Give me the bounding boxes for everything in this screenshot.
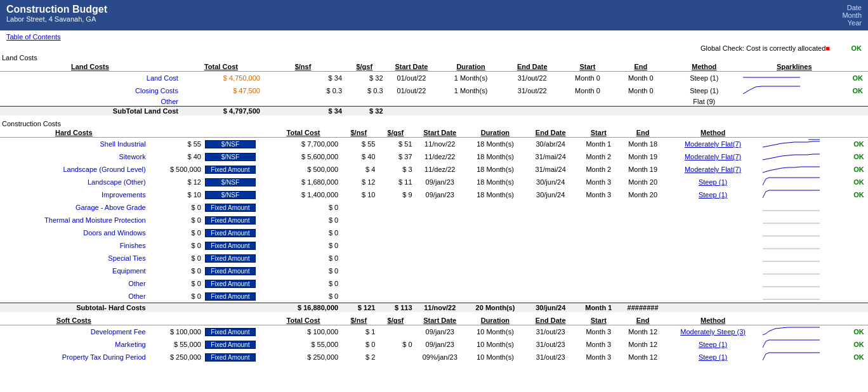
sc-col-start: Start [576,316,621,325]
property-tax-input[interactable]: Fixed Amount [203,351,266,363]
shell-input-type[interactable]: $/NSF [203,138,266,151]
dev-fee-input[interactable]: Fixed Amount [203,325,266,339]
hc-other1-input[interactable]: Fixed Amount [203,277,266,290]
improvements-amount: $ 10 [148,188,203,201]
special-ties-name: Special Ties [0,252,148,265]
property-tax-duration: 10 Month(s) [466,351,525,363]
landscape-other-btn[interactable]: $/NSF [205,178,256,186]
improvements-btn[interactable]: $/NSF [205,191,256,199]
improvements-duration: 18 Month(s) [466,188,525,201]
thermal-total: $ 0 [266,214,340,226]
sitework-method-link[interactable]: Moderately Flat(7) [685,153,741,160]
land-subtotal-gsf: $ 32 [344,107,385,116]
garage-name: Garage - Above Grade [0,201,148,214]
toc-link[interactable]: Table of Contents [6,33,61,41]
garage-input[interactable]: Fixed Amount [203,201,266,214]
land-cost-method: Steep (1) [667,72,741,85]
dev-fee-method-link[interactable]: Moderately Steep (3) [680,328,746,336]
property-tax-start: 09%/jan/23 [414,351,466,363]
sitework-nsf-btn[interactable]: $/NSF [205,153,256,161]
landscape-ground-start-month: Month 2 [576,163,621,176]
shell-nsf: $ 55 [340,138,377,151]
improvements-method-link[interactable]: Steep (1) [699,191,727,199]
hc-subtotal-start-date: 11/nov/22 [414,303,466,313]
header-left: Construction Budget Labor Street, 4 Sava… [6,4,107,23]
improvements-start-month: Month 3 [576,188,621,201]
dev-fee-name: Development Fee [0,325,148,339]
col-header-method: Method [667,62,741,72]
hc-other1-amount: $ 0 [148,277,203,290]
hc-col-duration: Duration [466,128,525,138]
finishes-btn[interactable]: Fixed Amount [205,242,256,250]
col-header-nsf: $/nsf [262,62,344,72]
closing-costs-duration: 1 Month(s) [438,84,503,97]
sitework-start: 11/dez/22 [414,150,466,163]
shell-method-link[interactable]: Moderately Flat(7) [685,140,741,148]
landscape-ground-method[interactable]: Moderately Flat(7) [665,163,761,176]
special-ties-btn[interactable]: Fixed Amount [205,254,256,263]
marketing-input[interactable]: Fixed Amount [203,338,266,351]
property-tax-ok: OK [850,351,868,363]
hc-subtotal-start-month: Month 1 [576,303,621,313]
doors-windows-btn[interactable]: Fixed Amount [205,229,256,237]
property-tax-sparkline [761,351,850,363]
land-cost-name: Land Cost [0,72,180,85]
hc-other2-input[interactable]: Fixed Amount [203,290,266,303]
marketing-ok: OK [850,338,868,351]
landscape-ground-input[interactable]: Fixed Amount [203,163,266,176]
improvements-gsf: $ 9 [377,188,414,201]
hc-other1-btn[interactable]: Fixed Amount [205,280,256,288]
landscape-ground-method-link[interactable]: Moderately Flat(7) [685,166,741,173]
marketing-btn[interactable]: Fixed Amount [205,341,256,349]
landscape-other-input[interactable]: $/NSF [203,176,266,188]
dev-fee-start-month: Month 3 [576,325,621,339]
landscape-other-method[interactable]: Steep (1) [665,176,761,188]
closing-costs-ok: OK [848,84,868,97]
thermal-input[interactable]: Fixed Amount [203,214,266,226]
marketing-method-link[interactable]: Steep (1) [699,341,727,348]
equipment-input[interactable]: Fixed Amount [203,265,266,277]
finishes-amount: $ 0 [148,239,203,252]
land-cost-nsf: $ 34 [262,72,344,85]
property-tax-end-date: 31/out/23 [525,351,576,363]
landscape-ground-total: $ 500,000 [266,163,340,176]
improvements-method[interactable]: Steep (1) [665,188,761,201]
landscape-other-method-link[interactable]: Steep (1) [699,178,727,186]
marketing-method[interactable]: Steep (1) [665,338,761,351]
shell-nsf-btn[interactable]: $/NSF [205,140,256,148]
property-tax-method-link[interactable]: Steep (1) [699,353,727,361]
thermal-btn[interactable]: Fixed Amount [205,216,256,225]
dev-fee-btn[interactable]: Fixed Amount [205,328,256,336]
red-dot-icon: ■ [825,44,830,52]
shell-method[interactable]: Moderately Flat(7) [665,138,761,151]
landscape-ground-gsf: $ 3 [377,163,414,176]
closing-costs-end-date: 31/out/22 [504,84,561,97]
closing-costs-method: Steep (1) [667,84,741,97]
dev-fee-amount: $ 100,000 [148,325,203,339]
landscape-ground-ok: OK [850,163,868,176]
doors-windows-input[interactable]: Fixed Amount [203,226,266,239]
land-cost-start: 01/out/22 [385,72,438,85]
landscape-ground-btn[interactable]: Fixed Amount [205,166,256,174]
finishes-input[interactable]: Fixed Amount [203,239,266,252]
landscape-ground-nsf: $ 4 [340,163,377,176]
dev-fee-start: 09/jan/23 [414,325,466,339]
sitework-gsf: $ 37 [377,150,414,163]
sitework-start-month: Month 2 [576,150,621,163]
special-ties-input[interactable]: Fixed Amount [203,252,266,265]
improvements-input[interactable]: $/NSF [203,188,266,201]
equipment-btn[interactable]: Fixed Amount [205,267,256,275]
closing-costs-start: 01/out/22 [385,84,438,97]
property-tax-method[interactable]: Steep (1) [665,351,761,363]
closing-costs-total: $ 47,500 [180,84,262,97]
sitework-method[interactable]: Moderately Flat(7) [665,150,761,163]
garage-btn[interactable]: Fixed Amount [205,204,256,212]
sitework-input-type[interactable]: $/NSF [203,150,266,163]
hc-other2-btn[interactable]: Fixed Amount [205,292,256,301]
hc-subtotal-duration: 20 Month(s) [466,303,525,313]
land-cost-gsf: $ 32 [344,72,385,85]
page-header: Construction Budget Labor Street, 4 Sava… [0,0,868,30]
dev-fee-method[interactable]: Moderately Steep (3) [665,325,761,339]
closing-costs-gsf: $ 0.3 [344,84,385,97]
property-tax-btn[interactable]: Fixed Amount [205,353,256,362]
